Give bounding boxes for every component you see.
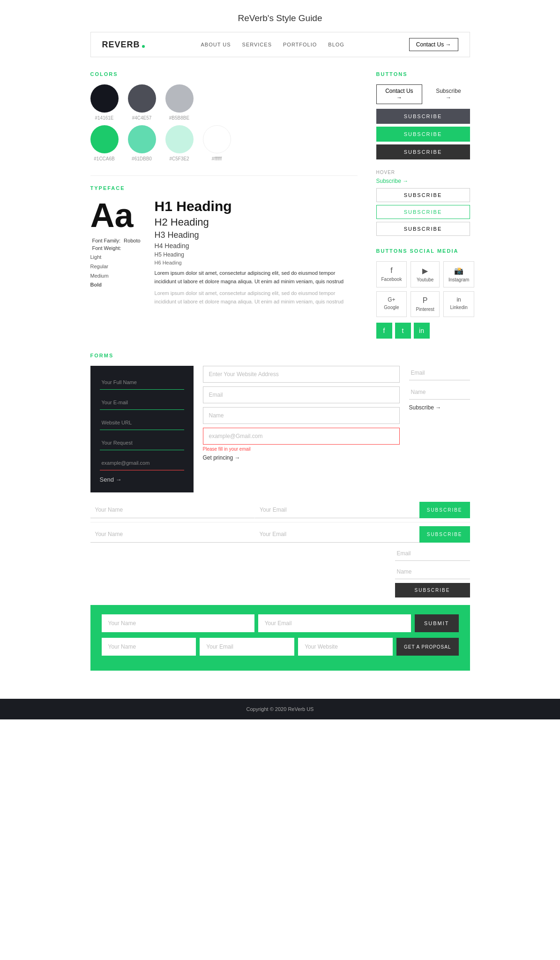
- color-item-5: #61DBB0: [128, 125, 156, 161]
- pinterest-icon: P: [423, 296, 428, 305]
- h4-demo: H4 Heading: [155, 242, 358, 249]
- hover-btn2[interactable]: SUBSCRIBE: [376, 205, 470, 219]
- subscribe-dark-button[interactable]: SUBSCRIBE: [376, 109, 470, 124]
- inline-subscribe-btn-1[interactable]: SUBSCRIBE: [419, 502, 470, 518]
- subscribe-green-button[interactable]: SUBSCRIBE: [376, 127, 470, 142]
- subscribe-link[interactable]: Subscribe →: [409, 404, 470, 411]
- mid-website-input[interactable]: [203, 366, 400, 383]
- font-weight-label: Font Weight:: [92, 245, 121, 251]
- body-dark: Lorem ipsum dolor sit amet, consectetur …: [155, 269, 358, 286]
- logo: REVERB: [102, 40, 145, 50]
- mid-name-input[interactable]: [203, 407, 400, 424]
- hover-btn3[interactable]: SUBSCRIBE: [376, 222, 470, 236]
- mid-error-input[interactable]: [203, 428, 400, 445]
- forms-left-bottom: [90, 546, 386, 597]
- nav-about[interactable]: ABOUT US: [201, 42, 231, 47]
- dark-colors-row: #14161E #4C4E57 #B5B8BE: [90, 84, 358, 121]
- inline-name-2[interactable]: [90, 526, 255, 543]
- social-facebook-btn[interactable]: f Facebook: [376, 261, 407, 287]
- green-email-1[interactable]: [258, 614, 411, 632]
- subscribe-dark2-button[interactable]: SUBSCRIBE: [376, 144, 470, 159]
- green-form-row-2: GET A PROPOSAL: [102, 638, 459, 656]
- color-circle-6: [165, 125, 194, 153]
- linkedin-label: Linkedin: [450, 305, 467, 310]
- instagram-icon: 📸: [454, 266, 463, 275]
- twitter-filled-button[interactable]: t: [395, 323, 411, 339]
- color-label-1: #14161E: [95, 115, 113, 121]
- fw-bold: Bold: [90, 280, 141, 290]
- buttons-section: BUTTONS Contact Us → Subscribe → SUBSCRI…: [376, 71, 470, 239]
- proposal-button[interactable]: GET A PROPOSAL: [396, 638, 459, 656]
- forms-bottom-section: SUBSCRIBE: [90, 546, 470, 597]
- social-google-btn[interactable]: G+ Google: [376, 291, 407, 317]
- social-pinterest-btn[interactable]: P Pinterest: [411, 291, 439, 317]
- facebook-icon: f: [390, 266, 392, 275]
- small-name-input[interactable]: [395, 565, 470, 579]
- green-website-2[interactable]: [298, 638, 393, 656]
- dark-error-input[interactable]: [100, 456, 184, 470]
- green-name-2[interactable]: [102, 638, 196, 656]
- nav-portfolio[interactable]: PORTFOLIO: [283, 42, 317, 47]
- color-circle-1: [90, 84, 119, 113]
- color-circle-4: [90, 125, 119, 153]
- social-grid: f Facebook ▶ Youtube 📸 Instagram G+ Goog…: [376, 261, 470, 317]
- linkedin-filled-button[interactable]: in: [414, 323, 430, 339]
- facebook-filled-button[interactable]: f: [376, 323, 392, 339]
- submit-button[interactable]: SUBMIT: [415, 614, 459, 632]
- youtube-label: Youtube: [417, 277, 433, 282]
- social-section: BUTTONS SOCIAL MEDIA f Facebook ▶ Youtub…: [376, 248, 470, 339]
- social-linkedin-btn[interactable]: in Linkedin: [443, 291, 474, 317]
- small-subscribe-btn[interactable]: SUBSCRIBE: [395, 583, 470, 597]
- color-item-7: #ffffff: [203, 125, 231, 161]
- right-name-input[interactable]: [409, 385, 470, 400]
- hover-btn1[interactable]: SUBSCRIBE: [376, 188, 470, 202]
- color-item-3: #B5B8BE: [165, 84, 194, 121]
- dark-request-input[interactable]: [100, 436, 184, 450]
- color-label-2: #4C4E57: [132, 115, 152, 121]
- color-circle-3: [165, 84, 194, 113]
- h2-demo: H2 Heading: [155, 216, 358, 228]
- green-form-row-1: SUBMIT: [102, 614, 459, 632]
- green-email-2[interactable]: [200, 638, 294, 656]
- inline-email-1[interactable]: [254, 502, 419, 518]
- dark-send-button[interactable]: Send →: [100, 476, 122, 483]
- mid-email-input[interactable]: [203, 386, 400, 403]
- hover-subscribe-link[interactable]: Subscribe →: [376, 178, 470, 184]
- error-text: Please fill in your email: [203, 446, 400, 452]
- fw-light: Light: [90, 253, 141, 262]
- inline-email-2[interactable]: [255, 526, 419, 543]
- inline-name-1[interactable]: [90, 502, 255, 518]
- green-colors-row: #1CCA6B #61DBB0 #C5F3E2 #ffffff: [90, 125, 358, 161]
- inline-form-row-1: SUBSCRIBE: [90, 502, 470, 522]
- font-weights: Light Regular Medium Bold: [90, 253, 141, 290]
- inline-subscribe-btn-2[interactable]: SUBSCRIBE: [419, 526, 470, 543]
- green-name-1[interactable]: [102, 614, 254, 632]
- forms-label: FORMS: [90, 353, 470, 358]
- right-email-input[interactable]: [409, 366, 470, 380]
- contact-us-button[interactable]: Contact Us →: [376, 84, 423, 104]
- inline-form-row-2: SUBSCRIBE: [90, 526, 470, 543]
- social-youtube-btn[interactable]: ▶ Youtube: [411, 261, 439, 287]
- nav-services[interactable]: SERVICES: [242, 42, 272, 47]
- headings-col: H1 Heading H2 Heading H3 Heading H4 Head…: [155, 198, 358, 306]
- social-label: BUTTONS SOCIAL MEDIA: [376, 248, 470, 254]
- page-title: ReVerb's Style Guide: [0, 0, 560, 32]
- fw-medium: Medium: [90, 272, 141, 281]
- dark-email-input[interactable]: [100, 395, 184, 410]
- color-label-6: #C5F3E2: [169, 156, 189, 161]
- h6-demo: H6 Heading: [155, 260, 358, 265]
- dark-fullname-input[interactable]: [100, 375, 184, 390]
- get-pricing-link[interactable]: Get princing →: [203, 454, 400, 461]
- navbar-contact-button[interactable]: Contact Us →: [409, 38, 458, 51]
- font-family-value: Roboto: [124, 238, 140, 243]
- mid-form: Please fill in your email Get princing →: [203, 366, 400, 492]
- small-email-input[interactable]: [395, 546, 470, 561]
- social-instagram-btn[interactable]: 📸 Instagram: [443, 261, 474, 287]
- dark-website-input[interactable]: [100, 416, 184, 430]
- color-label-7: #ffffff: [212, 156, 222, 161]
- nav-blog[interactable]: BLOG: [328, 42, 344, 47]
- h1-demo: H1 Heading: [155, 198, 358, 214]
- hover-label: HOVER: [376, 170, 470, 175]
- subscribe-outline-button[interactable]: Subscribe →: [427, 85, 470, 104]
- color-label-5: #61DBB0: [132, 156, 152, 161]
